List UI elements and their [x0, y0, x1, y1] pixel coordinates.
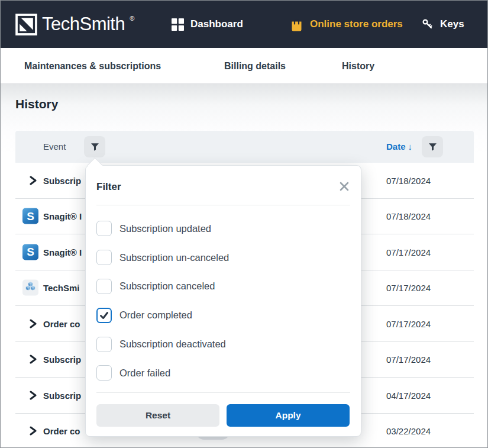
brand-logo[interactable]: TechSmith ® — [15, 12, 134, 36]
chevron-right-icon — [29, 319, 37, 328]
checkbox-unchecked-icon[interactable] — [96, 250, 112, 265]
checkbox-unchecked-icon[interactable] — [96, 337, 112, 352]
event-name: Subscrip — [43, 175, 81, 185]
event-name: Order co — [43, 318, 80, 328]
popup-button-bar: Reset Apply — [96, 404, 351, 427]
date-filter-button[interactable] — [422, 136, 443, 157]
reset-button[interactable]: Reset — [96, 404, 219, 427]
page-title: History — [15, 97, 58, 111]
event-name: Snagit® I — [43, 211, 82, 221]
snagit-icon: S — [22, 244, 38, 260]
filter-popup: Filter Subscription updatedSubscription … — [85, 165, 361, 437]
checkbox-unchecked-icon[interactable] — [96, 365, 112, 381]
filter-option-label: Order failed — [119, 368, 170, 379]
close-icon[interactable] — [337, 180, 351, 194]
event-date: 07/18/2024 — [386, 175, 431, 185]
filter-option[interactable]: Order completed — [86, 301, 361, 330]
filter-popup-title: Filter — [96, 181, 121, 193]
chevron-right-icon — [29, 176, 37, 185]
nav-keys[interactable]: Keys — [422, 1, 464, 48]
brand-name: TechSmith — [42, 12, 125, 36]
event-filter-button[interactable] — [84, 136, 105, 157]
filter-funnel-icon — [90, 142, 100, 152]
checkbox-unchecked-icon[interactable] — [96, 279, 112, 294]
checkbox-checked-icon[interactable] — [96, 308, 112, 323]
nav-keys-label: Keys — [440, 18, 464, 30]
checkbox-unchecked-icon[interactable] — [96, 221, 112, 236]
event-date: 07/17/2024 — [386, 318, 431, 328]
sort-descending-arrow: ↓ — [408, 141, 413, 152]
date-column-header: Date↓ — [386, 131, 412, 163]
shopping-bag-icon — [290, 17, 303, 32]
filter-option-label: Subscription canceled — [119, 281, 215, 292]
nav-online-store-orders-label: Online store orders — [310, 18, 403, 30]
event-name: Subscrip — [43, 354, 81, 365]
popup-divider — [96, 392, 350, 393]
tab-history[interactable]: History — [342, 48, 374, 84]
top-header: TechSmith ® Dashboard Online store order… — [1, 1, 487, 48]
chevron-right-icon — [29, 354, 37, 364]
tab-maintenances-subscriptions[interactable]: Maintenances & subscriptions — [24, 48, 161, 84]
event-name: Order co — [43, 426, 80, 436]
brand-registered-mark: ® — [130, 15, 134, 22]
filter-option-label: Order completed — [119, 310, 192, 321]
nav-dashboard[interactable]: Dashboard — [172, 1, 243, 48]
event-date: 07/17/2024 — [386, 354, 431, 365]
event-date: 07/17/2024 — [386, 247, 431, 257]
filter-option-label: Subscription deactivated — [119, 339, 226, 350]
key-icon — [422, 18, 434, 30]
filter-option[interactable]: Order failed — [86, 359, 361, 388]
filter-option[interactable]: Subscription deactivated — [86, 330, 361, 359]
nav-online-store-orders[interactable]: Online store orders — [290, 1, 403, 48]
nav-dashboard-label: Dashboard — [190, 18, 243, 30]
filter-option[interactable]: Subscription un-canceled — [86, 243, 361, 272]
filter-option[interactable]: Subscription canceled — [86, 272, 361, 301]
techsmith-logo-icon — [15, 14, 37, 36]
chevron-right-icon — [29, 391, 37, 400]
event-name: Subscrip — [43, 390, 81, 400]
filter-option[interactable]: Subscription updated — [86, 214, 361, 243]
dashboard-grid-icon — [172, 18, 184, 31]
app-window: TechSmith ® Dashboard Online store order… — [0, 0, 488, 448]
apply-button[interactable]: Apply — [227, 404, 350, 427]
event-name: Snagit® I — [43, 247, 82, 257]
filter-options-list: Subscription updatedSubscription un-canc… — [86, 205, 361, 388]
chevron-right-icon — [29, 426, 37, 436]
event-column-header: Event — [43, 131, 66, 163]
tab-billing-details[interactable]: Billing details — [224, 48, 286, 84]
table-header-row: Event Date↓ — [15, 131, 474, 163]
filter-funnel-icon — [428, 142, 438, 152]
filter-option-label: Subscription updated — [119, 223, 211, 234]
event-name: TechSmi — [43, 283, 79, 293]
event-date: 07/18/2024 — [386, 211, 431, 221]
techsmith-cubes-icon — [22, 280, 38, 296]
section-tabs: Maintenances & subscriptions Billing det… — [1, 48, 487, 84]
event-date: 07/17/2024 — [386, 283, 431, 293]
filter-option-label: Subscription un-canceled — [119, 252, 229, 263]
snagit-icon: S — [22, 208, 38, 224]
event-date: 04/17/2024 — [386, 390, 431, 400]
event-date: 03/22/2024 — [386, 426, 431, 436]
